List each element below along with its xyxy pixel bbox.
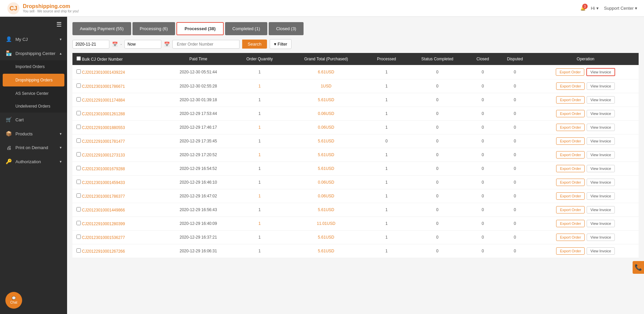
select-all-checkbox[interactable] [76, 56, 81, 61]
view-invoice-button[interactable]: View Invoice [587, 82, 615, 90]
cell-order-id: CJ20123010001536277 [72, 231, 163, 244]
row-checkbox-7[interactable] [76, 166, 81, 170]
sidebar-item-dropshipping-center[interactable]: 🏪 Dropshipping Center ▴ [0, 46, 67, 60]
cell-operation: Export Order View Invoice [532, 148, 639, 162]
cell-completed: 0 [407, 176, 468, 189]
sidebar-item-as-service-center[interactable]: AS Service Center [0, 87, 67, 100]
tab-completed[interactable]: Completed (1) [225, 22, 267, 35]
cell-processed: 1 [367, 217, 407, 231]
export-order-button[interactable]: Export Order [556, 137, 585, 145]
sidebar-item-imported-orders[interactable]: Imported Orders [0, 60, 67, 73]
products-icon: 📦 [5, 131, 12, 137]
sidebar-item-cart[interactable]: 🛒 Cart [0, 113, 67, 127]
cell-completed: 0 [407, 121, 468, 134]
view-invoice-button[interactable]: View Invoice [587, 137, 615, 145]
cell-operation: Export Order View Invoice [532, 217, 639, 231]
date-separator: - [120, 42, 122, 47]
chat-button[interactable]: 💬 Chat [5, 292, 22, 309]
cell-disputed: 0 [497, 93, 532, 107]
table-row: CJ20123010001786671 2020-12-30 02:55:28 … [72, 79, 639, 93]
support-center[interactable]: Support Center ▾ [604, 6, 637, 11]
sidebar-label-print-on-demand: Print on Demand [15, 145, 48, 150]
cell-closed: 0 [468, 93, 497, 107]
row-checkbox-9[interactable] [76, 193, 81, 198]
view-invoice-button[interactable]: View Invoice [587, 110, 615, 117]
export-order-button[interactable]: Export Order [556, 165, 585, 172]
row-checkbox-6[interactable] [76, 152, 81, 156]
user-menu[interactable]: Hi ▾ [591, 6, 599, 11]
sidebar-item-undelivered-orders[interactable]: Undelivered Orders [0, 100, 67, 113]
cell-completed: 0 [407, 203, 468, 217]
calendar-icon-from[interactable]: 📅 [112, 42, 118, 47]
export-order-button[interactable]: Export Order [556, 82, 585, 90]
hamburger-menu[interactable]: ☰ [0, 17, 67, 32]
export-order-button[interactable]: Export Order [556, 206, 585, 213]
cell-total: 5.61USD [286, 203, 367, 217]
filter-bar: 📅 - 📅 Search ▾ Filter [72, 39, 639, 49]
cell-order-id: CJ20123010001449866 [72, 203, 163, 217]
row-checkbox-8[interactable] [76, 180, 81, 184]
row-checkbox-4[interactable] [76, 125, 81, 129]
date-to-input[interactable] [124, 40, 161, 49]
view-invoice-button[interactable]: View Invoice [587, 165, 615, 172]
side-float-button[interactable]: 📞 [633, 261, 644, 274]
row-checkbox-3[interactable] [76, 111, 81, 115]
cell-processed: 1 [367, 189, 407, 203]
export-order-button[interactable]: Export Order [556, 68, 584, 76]
cell-closed: 0 [468, 65, 497, 79]
view-invoice-button[interactable]: View Invoice [587, 151, 615, 159]
export-order-button[interactable]: Export Order [556, 179, 585, 186]
export-order-button[interactable]: Export Order [556, 124, 585, 131]
export-order-button[interactable]: Export Order [556, 234, 585, 241]
cell-operation: Export Order View Invoice [532, 93, 639, 107]
cell-paid-time: 2020-12-29 17:35:45 [163, 134, 233, 148]
order-number-input[interactable] [172, 40, 239, 49]
sidebar-item-my-cj[interactable]: 👤 My CJ ▾ [0, 32, 67, 46]
row-checkbox-13[interactable] [76, 248, 81, 253]
export-order-button[interactable]: Export Order [556, 110, 585, 117]
cell-operation: Export Order View Invoice [532, 79, 639, 93]
view-invoice-button[interactable]: View Invoice [587, 247, 615, 255]
view-invoice-button[interactable]: View Invoice [587, 234, 615, 241]
order-id-value: CJ20122910001174884 [82, 98, 125, 103]
export-order-button[interactable]: Export Order [556, 151, 585, 159]
view-invoice-button[interactable]: View Invoice [587, 179, 615, 186]
cell-total: 0.06USD [286, 121, 367, 134]
row-checkbox-11[interactable] [76, 221, 81, 225]
search-button[interactable]: Search [242, 40, 267, 49]
view-invoice-button[interactable]: View Invoice [586, 68, 615, 76]
tab-processed[interactable]: Processed (38) [176, 22, 224, 35]
sidebar-item-authorization[interactable]: 🔑 Authorization ▾ [0, 154, 67, 169]
view-invoice-button[interactable]: View Invoice [587, 220, 615, 227]
tab-processing[interactable]: Processing (6) [132, 22, 175, 35]
export-order-button[interactable]: Export Order [556, 96, 585, 104]
export-order-button[interactable]: Export Order [556, 192, 585, 200]
view-invoice-button[interactable]: View Invoice [587, 96, 615, 104]
sidebar-item-print-on-demand[interactable]: 🖨 Print on Demand ▾ [0, 141, 67, 154]
tab-closed[interactable]: Closed (3) [269, 22, 304, 35]
cell-closed: 0 [468, 107, 497, 121]
row-checkbox-10[interactable] [76, 207, 81, 211]
export-order-button[interactable]: Export Order [556, 220, 585, 227]
filter-button[interactable]: ▾ Filter [270, 39, 292, 49]
row-checkbox-12[interactable] [76, 235, 81, 239]
export-order-button[interactable]: Export Order [556, 247, 585, 255]
row-checkbox-2[interactable] [76, 97, 81, 102]
view-invoice-button[interactable]: View Invoice [587, 124, 615, 131]
row-checkbox-0[interactable] [76, 69, 81, 74]
sidebar-item-products[interactable]: 📦 Products ▾ [0, 127, 67, 141]
sidebar-item-dropshipping-orders[interactable]: Dropshipping Orders [3, 74, 64, 86]
row-checkbox-5[interactable] [76, 138, 81, 143]
cell-closed: 0 [468, 134, 497, 148]
cell-operation: Export Order View Invoice [532, 176, 639, 189]
cell-order-id: CJ20123010001439224 [72, 65, 163, 79]
tab-awaiting-payment[interactable]: Awaiting Payment (55) [72, 22, 131, 35]
table-row: CJ20123010001261288 2020-12-29 17:53:44 … [72, 107, 639, 121]
cell-processed: 1 [367, 162, 407, 176]
view-invoice-button[interactable]: View Invoice [587, 192, 615, 200]
calendar-icon-to[interactable]: 📅 [164, 42, 170, 47]
date-from-input[interactable] [72, 40, 109, 49]
row-checkbox-1[interactable] [76, 83, 81, 88]
view-invoice-button[interactable]: View Invoice [587, 206, 615, 213]
notification-bell[interactable]: 🔔 3 [580, 6, 586, 11]
